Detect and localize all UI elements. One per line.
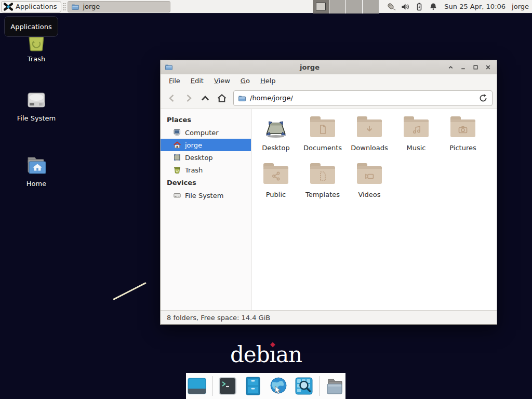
folder-label: Templates (305, 191, 340, 198)
folder-icon (310, 162, 335, 187)
window-titlebar[interactable]: jorge (161, 60, 497, 74)
computer16-icon (173, 128, 181, 137)
workspace-3[interactable] (346, 0, 363, 14)
folder-label: Desktop (262, 144, 290, 152)
desktop-icon-home[interactable]: Home (15, 153, 58, 188)
desktop-folder-icon (263, 115, 288, 140)
status-bar: 8 folders, Free space: 14.4 GiB (161, 310, 497, 324)
dock-app-finder-icon[interactable] (294, 376, 314, 396)
folder-pictures[interactable]: Pictures (440, 115, 486, 162)
sidebar-item-label: jorge (185, 141, 202, 149)
desktop16-icon (173, 153, 181, 162)
status-text: 8 folders, Free space: 14.4 GiB (167, 314, 270, 322)
menu-help[interactable]: Help (256, 76, 280, 86)
sidebar-item-trash[interactable]: Trash (161, 164, 251, 176)
desktop-icon-filesystem[interactable]: File System (15, 87, 58, 122)
filesystem-icon (24, 87, 49, 112)
sidebar-item-file-system[interactable]: File System (161, 189, 251, 202)
sidebar-item-label: Computer (185, 129, 219, 137)
window-controls (446, 63, 493, 72)
folder-label: Public (266, 191, 286, 198)
sidebar-item-label: Trash (185, 166, 203, 174)
taskbar-window-button[interactable]: jorge (68, 1, 170, 12)
nav-buttons (165, 91, 229, 105)
sidebar-item-computer[interactable]: Computer (161, 126, 251, 139)
logo-text-pre: deb (230, 342, 270, 367)
dock-web-browser-icon[interactable] (268, 376, 289, 396)
menu-bar: FileEditViewGoHelp (161, 74, 497, 87)
folder-icon (71, 3, 79, 11)
shade-button[interactable] (446, 63, 455, 72)
folder-label: Downloads (351, 144, 388, 152)
panel-clock[interactable]: Sun 25 Apr, 10:06 (444, 3, 506, 10)
folder-label: Videos (358, 191, 380, 198)
folder-desktop[interactable]: Desktop (252, 115, 299, 162)
menu-edit[interactable]: Edit (187, 76, 208, 86)
path-folder-icon (238, 94, 246, 102)
bell-icon[interactable] (429, 2, 438, 11)
panel-user-label[interactable]: jorge (512, 3, 529, 10)
window-folder-icon (165, 63, 173, 71)
path-bar[interactable]: /home/jorge/ (233, 90, 493, 106)
mouse-icon[interactable] (387, 2, 396, 11)
menu-file[interactable]: File (165, 76, 184, 86)
workspace-2[interactable] (329, 0, 346, 14)
maximize-button[interactable] (471, 63, 480, 72)
workspace-window-miniature (316, 3, 326, 10)
volume-icon[interactable] (401, 2, 410, 11)
folder-music[interactable]: Music (393, 115, 440, 162)
battery-icon[interactable] (415, 2, 424, 11)
home16-icon (173, 141, 181, 149)
home-icon (24, 153, 49, 178)
folder-downloads[interactable]: Downloads (346, 115, 393, 162)
dock-separator (319, 376, 320, 396)
drive16-icon (173, 191, 181, 200)
reload-button[interactable] (478, 94, 488, 103)
back-button[interactable] (165, 91, 179, 105)
folder-label: Music (407, 144, 426, 152)
folder-documents[interactable]: Documents (299, 115, 346, 162)
dock (186, 373, 345, 399)
workspace-4[interactable] (363, 0, 379, 14)
applications-icon (4, 2, 13, 11)
desktop-icon-label: File System (17, 114, 56, 122)
folder-label: Documents (303, 144, 342, 152)
folder-public[interactable]: Public (252, 162, 299, 209)
menu-view[interactable]: View (210, 76, 234, 86)
folder-label: Pictures (449, 144, 476, 152)
menu-go[interactable]: Go (236, 76, 254, 86)
folder-videos[interactable]: Videos (346, 162, 393, 209)
dock-show-desktop-icon[interactable] (187, 376, 207, 396)
forward-button[interactable] (181, 91, 196, 105)
dock-terminal-icon[interactable] (217, 376, 238, 396)
sidebar-item-label: Desktop (185, 154, 213, 162)
stray-line-artifact (113, 282, 147, 300)
debian-logo: debıan (0, 342, 532, 367)
home-button[interactable] (215, 91, 229, 105)
applications-tooltip: Applications (4, 16, 58, 37)
path-text: /home/jorge/ (250, 94, 293, 102)
desktop-icon-label: Home (26, 180, 46, 188)
folder-grid: DesktopDocumentsDownloadsMusicPicturesPu… (251, 109, 497, 310)
sidebar-header-places: Places (161, 113, 251, 126)
sidebar-item-jorge[interactable]: jorge (161, 139, 251, 151)
up-button[interactable] (198, 91, 212, 105)
sidebar-item-label: File System (185, 192, 223, 200)
top-panel: Applications jorge Sun 25 Apr, 10:06 jor… (0, 0, 532, 14)
dock-file-cabinet-icon[interactable] (243, 376, 263, 396)
dock-directory-menu-icon[interactable] (324, 376, 345, 396)
desktop-icon-label: Trash (28, 55, 45, 63)
folder-icon (404, 115, 429, 140)
applications-menu-button[interactable]: Applications (1, 1, 61, 12)
sidebar-item-desktop[interactable]: Desktop (161, 151, 251, 164)
system-tray (387, 2, 438, 11)
sidebar: PlacesComputerjorgeDesktopTrashDevicesFi… (161, 109, 251, 310)
minimize-button[interactable] (459, 63, 468, 72)
dock-separator (212, 376, 212, 396)
folder-templates[interactable]: Templates (299, 162, 346, 209)
trash16-icon (173, 166, 181, 174)
toolbar: /home/jorge/ (161, 87, 497, 109)
workspace-1[interactable] (313, 0, 329, 14)
close-button[interactable] (484, 63, 493, 72)
folder-icon (357, 162, 382, 187)
